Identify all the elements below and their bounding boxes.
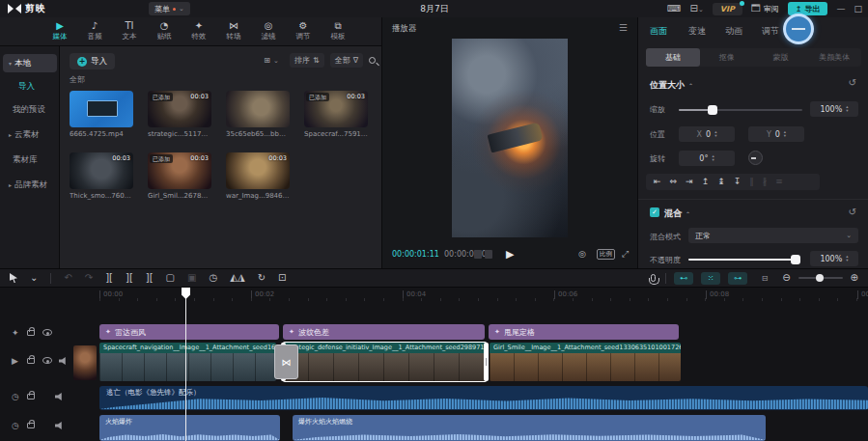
effect-segment[interactable]: ✦ 甩尾定格 (489, 324, 679, 340)
media-thumbnail[interactable]: 00:03 (70, 152, 133, 189)
tab-audio[interactable]: ♪音频 (81, 21, 108, 41)
chevron-down-icon[interactable]: ⌄ (30, 273, 38, 283)
mirror-icon[interactable]: ◭◮ (230, 273, 244, 283)
sidebar-item-brand[interactable]: ▸品牌素材 (3, 176, 57, 194)
lock-icon[interactable] (27, 330, 35, 336)
view-mode-button[interactable]: ⊞⌄ (259, 53, 284, 68)
timeline-zoom-slider[interactable] (798, 277, 843, 279)
aspect-ratio-button[interactable]: 比例 (597, 249, 615, 260)
preview-quality-button[interactable] (485, 250, 492, 259)
collapse-caret-icon[interactable]: ⌃ (688, 82, 693, 89)
tab-transitions[interactable]: ⋈转场 (220, 21, 247, 41)
magnetic-snap-toggle[interactable]: ⁙ (701, 272, 720, 285)
tab-templates[interactable]: ⧉模板 (324, 21, 351, 41)
video-clip-selected[interactable]: strategic_defense_initiativ_Image__1_Att… (283, 343, 487, 381)
fullscreen-icon[interactable]: ⤢ (622, 249, 629, 260)
preview-quality-button[interactable] (474, 250, 482, 259)
speed-icon[interactable]: ◷ (210, 273, 218, 283)
collapse-caret-icon[interactable]: ⌃ (686, 210, 690, 217)
play-button[interactable]: ▶ (506, 248, 514, 261)
tab-picture[interactable]: 画面 (650, 25, 667, 38)
sound-effect-clip[interactable]: 火焰爆炸 (99, 415, 280, 441)
rotate-dial[interactable] (748, 151, 763, 165)
link-clips-toggle[interactable]: ⊶ (728, 272, 747, 285)
tab-effects[interactable]: ✦特效 (185, 21, 212, 41)
tab-text[interactable]: TI文本 (116, 21, 143, 41)
media-item[interactable]: 已添加 00:03 Girl_Smil...26782.mp4 (148, 152, 211, 200)
align-middle-icon[interactable]: ↨ (717, 178, 725, 186)
media-item[interactable]: 00:03 Thick_smo...76005.mp4 (70, 152, 133, 200)
redo-icon[interactable]: ↷ (85, 273, 93, 283)
stepper-icon[interactable]: ▴▾ (712, 154, 714, 162)
lock-icon[interactable] (27, 358, 35, 364)
subtab-basic[interactable]: 基础 (646, 48, 700, 67)
video-clip[interactable]: Girl_Smile__Image__1_Attachment_seed1330… (490, 343, 681, 381)
video-preview[interactable] (452, 39, 568, 237)
subtab-cutout[interactable]: 抠像 (700, 48, 754, 67)
stepper-icon[interactable]: ▴▾ (784, 130, 786, 138)
media-item[interactable]: 35c65eb65...bb60.jpeg (226, 91, 290, 138)
music-clip[interactable]: 逃亡（电影《急先锋》配乐） (99, 386, 868, 410)
lock-icon[interactable] (27, 423, 35, 428)
subtab-beauty[interactable]: 美颜美体 (807, 48, 861, 67)
align-center-h-icon[interactable]: ⇔ (670, 178, 678, 186)
media-item[interactable]: 已添加 00:03 Spacecraf...75912.mp4 (304, 91, 368, 138)
mute-icon[interactable] (55, 422, 64, 429)
effect-segment[interactable]: ✦ 波纹色差 (283, 324, 485, 340)
rotate-icon[interactable]: ↻ (258, 273, 266, 283)
visibility-icon[interactable] (42, 329, 52, 336)
position-y-field[interactable]: Y 0 ▴▾ (748, 126, 804, 142)
rotate-field[interactable]: 0° ▴▾ (679, 151, 735, 166)
media-item[interactable]: 6665.4725.mp4 (70, 91, 133, 138)
record-voiceover-icon[interactable] (651, 274, 656, 282)
track-height-icon[interactable]: ⊟ (755, 272, 774, 285)
media-thumbnail[interactable]: 已添加 00:03 (148, 152, 211, 189)
reset-icon[interactable]: ↺ (849, 77, 856, 88)
preview-zoom-icon[interactable]: ◎ (578, 249, 586, 259)
align-top-icon[interactable]: ↥ (702, 178, 710, 186)
shortcut-keyboard-icon[interactable]: ⌨ (667, 4, 681, 14)
media-thumbnail[interactable]: 00:03 (226, 152, 290, 189)
blend-mode-dropdown[interactable]: 正常 ⌄ (688, 228, 858, 243)
blend-checkbox[interactable]: ✓ (650, 207, 659, 217)
position-x-field[interactable]: X 0 ▴▾ (679, 126, 735, 142)
sidebar-item-import[interactable]: 导入 (3, 77, 57, 96)
maximize-button[interactable]: □ (854, 4, 862, 14)
tab-adjustment[interactable]: 调节 (762, 25, 779, 38)
project-title[interactable]: 8月7日 (391, 3, 478, 15)
tab-adjust[interactable]: ⚙调节 (290, 21, 317, 41)
sidebar-item-library[interactable]: 素材库 (3, 151, 57, 169)
sidebar-item-local[interactable]: ▾本地 (3, 54, 57, 72)
preview-axis-toggle[interactable]: ⊷ (674, 272, 693, 285)
zoom-in-icon[interactable]: ⊕ (851, 273, 858, 283)
tab-media[interactable]: ▶媒体 (46, 21, 73, 41)
tab-sticker[interactable]: ◔贴纸 (151, 21, 178, 41)
crop-icon[interactable]: ⊡ (278, 273, 286, 283)
split-left-icon[interactable]: ][ (126, 273, 133, 283)
effect-segment[interactable]: ✦ 雷达画风 (99, 324, 279, 340)
undo-icon[interactable]: ↶ (64, 273, 71, 283)
hamburger-menu-icon[interactable]: ☰ (619, 22, 628, 33)
align-right-icon[interactable]: ⇥ (686, 178, 693, 186)
subtab-mask[interactable]: 蒙版 (754, 48, 808, 67)
media-thumbnail[interactable] (226, 91, 290, 127)
delete-icon[interactable]: ▢ (166, 273, 175, 283)
sidebar-item-cloud[interactable]: ▸云素材 (3, 125, 57, 144)
layout-icon[interactable]: ⊟⌄ (689, 4, 703, 14)
transition-marker[interactable]: ⋈ (274, 345, 298, 379)
minimize-button[interactable]: — (836, 4, 845, 14)
playhead-line[interactable] (185, 288, 186, 441)
trim-handle-right[interactable] (484, 343, 489, 381)
vip-button[interactable]: VIP (713, 3, 742, 15)
align-bottom-icon[interactable]: ↧ (734, 178, 742, 186)
media-item[interactable]: 已添加 00:03 strategic...51176.mp4 (148, 91, 211, 138)
review-button[interactable]: 🗔 审阅 (751, 4, 779, 14)
split-icon[interactable]: ][ (105, 273, 113, 283)
opacity-value-box[interactable]: 100% ▴▾ (810, 251, 858, 266)
stepper-icon[interactable]: ▴▾ (846, 105, 848, 113)
split-right-icon[interactable]: ][ (146, 273, 154, 283)
menu-button[interactable]: 菜单 ⌄ (149, 2, 190, 15)
mute-icon[interactable] (59, 357, 68, 365)
freeze-frame-icon[interactable]: ▣ (187, 273, 196, 283)
tab-filters[interactable]: ◎滤镜 (255, 21, 282, 41)
